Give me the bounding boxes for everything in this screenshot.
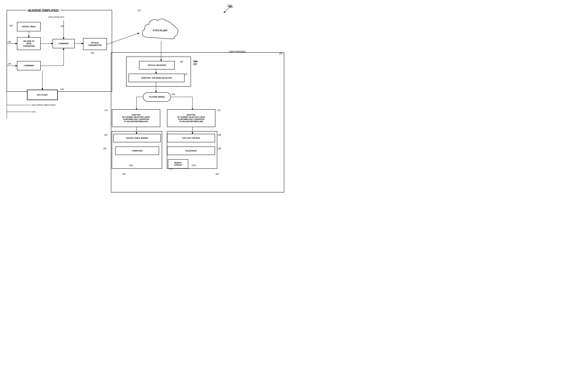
ref-180: 180: [180, 61, 183, 63]
adaptor-right-label: ADAPTOR:RF CHANNEL SELECTOR & QPSK20 MSY…: [177, 114, 205, 123]
in-home-wiring-box: IN-HOME WIRING: [143, 92, 171, 102]
docsis-modem-label: DOCSIS CABLE MODEM: [126, 137, 148, 139]
ref-198: 198: [218, 148, 221, 150]
ref-190-right: 190: [215, 173, 219, 175]
ref-160: 160: [61, 25, 64, 28]
svg-text:FTTH PLANT: FTTH PLANT: [153, 29, 168, 32]
docsis-modem-box: DOCSIS CABLE MODEM: [113, 134, 161, 142]
hits-label: HITS: [31, 111, 36, 113]
ref-165: 165: [91, 52, 94, 54]
catv-label: CATV SET-TOP BOX: [182, 137, 200, 139]
onu-label-outer: ONU172: [193, 60, 198, 66]
hfc-plant-box: HFC PLANT: [27, 90, 58, 100]
user-premises-label: USER PREMISES: [229, 50, 246, 53]
cpe-left-label: CPE: [129, 164, 133, 167]
qam-converter-box: 256 QAM TOQPSKCONVERTER: [17, 37, 41, 50]
television-label: TELEVISION: [185, 150, 196, 152]
optical-receiver-label: OPTICAL RECEIVER: [148, 64, 166, 66]
ref-120: 120: [279, 52, 282, 55]
ref-185: 185: [172, 93, 175, 96]
optical-transmitter-box: OPTICALTRANSMITTER: [83, 38, 107, 50]
remote-control-label: REMOTECONTROL: [174, 162, 182, 166]
cmts-box: COMBINER: [17, 61, 41, 70]
in-home-wiring-label: IN-HOME WIRING: [149, 96, 165, 98]
qpsk-hits-label: QPSK FROM HITS: [48, 16, 64, 18]
adaptor-left-box: ADAPTOR:RF CHANNEL SELECTOR & QPSK20 MSY…: [112, 109, 160, 127]
optical-transmitter-label: OPTICALTRANSMITTER: [88, 42, 102, 46]
ftth-cloud-svg: FTTH PLANT: [139, 15, 181, 44]
ref-170: 170: [184, 73, 187, 76]
headend-title: HEADEND (SIMPLIFIED): [26, 9, 60, 12]
cpe-right-label: CPE: [192, 164, 196, 167]
ref-155: 155: [9, 24, 13, 27]
optical-receiver-box: OPTICAL RECEIVER: [139, 61, 175, 70]
diagram: HEADEND (SIMPLIFIED) DIGITAL VIDEO 256 Q…: [0, 0, 291, 196]
cmts-label: COMBINER: [24, 64, 34, 67]
ref-175-right: 175: [217, 109, 220, 112]
ref-150: 150: [8, 41, 11, 43]
ref-110: 110: [137, 9, 141, 12]
catv-box: CATV SET-TOP BOX: [167, 134, 215, 142]
ref-190-left: 190: [122, 173, 126, 175]
ref-194: 194: [103, 148, 107, 150]
remote-control-box: REMOTECONTROL: [168, 159, 188, 168]
adaptor-band-box: ADAPTOR: THE BAND SELECTOR: [129, 74, 184, 82]
digital-video-box: DIGITAL VIDEO: [17, 22, 41, 31]
svg-line-7: [105, 33, 139, 45]
adaptor-right-box: ADAPTOR:RF CHANNEL SELECTOR & QPSK20 MSY…: [167, 109, 215, 127]
ref-196: 196: [218, 134, 221, 136]
adaptor-left-label: ADAPTOR:RF CHANNEL SELECTOR & QPSK20 MSY…: [122, 114, 150, 123]
ref-192: 192: [104, 134, 108, 136]
svg-line-29: [224, 7, 231, 13]
ref-140: 140: [8, 63, 11, 65]
hfc-plant-label: HFC PLANT: [37, 94, 48, 96]
fiber-sonet-label: HIGH-SPEED FIBER SONET: [31, 104, 56, 106]
computer-box: COMPUTER: [115, 146, 159, 155]
combiner-label: COMBINER: [59, 42, 69, 45]
television-box: TELEVISION: [167, 146, 215, 155]
qam-converter-label: 256 QAM TOQPSKCONVERTER: [23, 40, 35, 47]
ref-100-label: 100: [227, 4, 232, 7]
ftth-cloud: FTTH PLANT: [139, 15, 181, 44]
combiner-box: COMBINER: [53, 39, 75, 48]
ref-145: 145: [60, 88, 64, 90]
computer-label: COMPUTER: [132, 150, 143, 152]
ref-175-left: 175: [104, 109, 108, 112]
adaptor-band-label: ADAPTOR: THE BAND SELECTOR: [141, 77, 172, 79]
digital-video-label: DIGITAL VIDEO: [22, 26, 36, 28]
